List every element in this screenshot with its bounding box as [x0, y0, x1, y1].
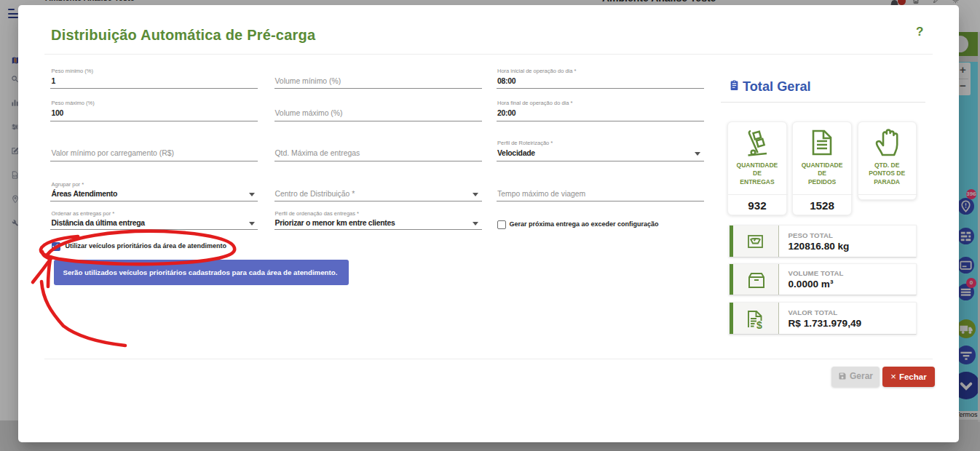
svg-text:$: $ [756, 319, 762, 330]
